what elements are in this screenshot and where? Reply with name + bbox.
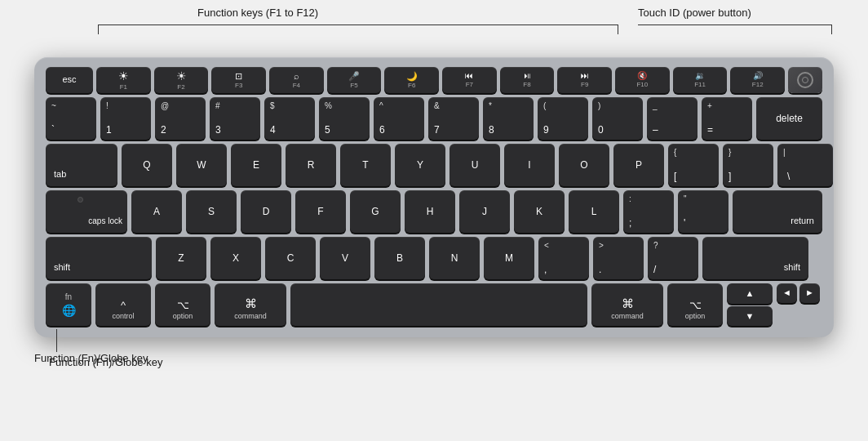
- m-key[interactable]: M: [484, 237, 534, 279]
- function-keys-label: Function keys (F1 to F12): [197, 7, 318, 19]
- f9-key[interactable]: ⏭F9: [557, 67, 612, 93]
- t-key[interactable]: T: [340, 144, 391, 186]
- keyboard: esc ☀F1 ☀F2 ⊡F3 ⌕F4 🎤F5 🌙F6 ⏮F7: [34, 57, 834, 337]
- f2-key[interactable]: ☀F2: [154, 67, 209, 93]
- tilde-key[interactable]: ~`: [46, 97, 96, 140]
- shift-row: shift Z X C V B N M <, >. ?/ shift: [46, 237, 822, 279]
- equals-key[interactable]: +=: [702, 97, 752, 140]
- key-9[interactable]: (9: [538, 97, 588, 140]
- fn-globe-bottom-label: Function (Fn)/Globe key: [34, 352, 148, 364]
- minus-key[interactable]: _–: [647, 97, 698, 140]
- right-shift-key[interactable]: shift: [702, 237, 808, 279]
- u-key[interactable]: U: [450, 144, 500, 186]
- touch-id-label: Touch ID (power button): [638, 7, 751, 19]
- left-bracket-key[interactable]: {[: [668, 144, 719, 186]
- c-key[interactable]: C: [265, 237, 316, 279]
- f5-key[interactable]: 🎤F5: [327, 67, 382, 93]
- key-8[interactable]: *8: [483, 97, 534, 140]
- key-4[interactable]: $4: [264, 97, 315, 140]
- return-key[interactable]: return: [733, 190, 822, 233]
- tab-row: tab Q W E R T Y U I O P {[ }] |\: [46, 144, 822, 186]
- quote-key[interactable]: "': [678, 190, 728, 233]
- f6-key[interactable]: 🌙F6: [384, 67, 439, 93]
- l-key[interactable]: L: [569, 190, 619, 233]
- v-key[interactable]: V: [320, 237, 370, 279]
- spacebar-key[interactable]: [290, 283, 587, 326]
- g-key[interactable]: G: [350, 190, 401, 233]
- key-1[interactable]: !1: [100, 97, 151, 140]
- z-key[interactable]: Z: [156, 237, 206, 279]
- o-key[interactable]: O: [559, 144, 609, 186]
- f8-key[interactable]: ⏯F8: [500, 67, 555, 93]
- left-command-key[interactable]: ⌘ command: [215, 283, 286, 326]
- n-key[interactable]: N: [429, 237, 480, 279]
- fn-globe-key[interactable]: fn 🌐: [46, 283, 91, 326]
- right-bracket-key[interactable]: }]: [723, 144, 773, 186]
- key-7[interactable]: &7: [428, 97, 479, 140]
- arrow-up-key[interactable]: ▲: [727, 283, 773, 304]
- number-row: ~` !1 @2 #3 $4 %5 ^6 &7: [46, 97, 822, 140]
- a-key[interactable]: A: [131, 190, 182, 233]
- key-5[interactable]: %5: [319, 97, 370, 140]
- q-key[interactable]: Q: [122, 144, 172, 186]
- f10-key[interactable]: 🔇F10: [615, 67, 670, 93]
- period-key[interactable]: >.: [593, 237, 644, 279]
- right-option-key[interactable]: ⌥ option: [667, 283, 723, 326]
- key-6[interactable]: ^6: [374, 97, 424, 140]
- comma-key[interactable]: <,: [538, 237, 589, 279]
- f12-key[interactable]: 🔊F12: [730, 67, 785, 93]
- semicolon-key[interactable]: :;: [623, 190, 674, 233]
- delete-key[interactable]: delete: [756, 97, 822, 140]
- j-key[interactable]: J: [459, 190, 510, 233]
- f1-key[interactable]: ☀F1: [96, 67, 151, 93]
- right-command-key[interactable]: ⌘ command: [591, 283, 663, 326]
- caps-lock-key[interactable]: caps lock: [46, 190, 127, 233]
- y-key[interactable]: Y: [395, 144, 445, 186]
- w-key[interactable]: W: [176, 144, 227, 186]
- caps-row: caps lock A S D F G H J K L :; "' return: [46, 190, 822, 233]
- touch-id-key[interactable]: [788, 67, 822, 93]
- arrow-left-key[interactable]: ◄: [777, 283, 797, 303]
- d-key[interactable]: D: [241, 190, 291, 233]
- f-key[interactable]: F: [295, 190, 346, 233]
- f4-key[interactable]: ⌕F4: [269, 67, 324, 93]
- arrow-down-key[interactable]: ▼: [727, 306, 773, 327]
- bottom-row: fn 🌐 ^ control ⌥ option ⌘ command ⌘: [46, 283, 822, 326]
- fn-row: esc ☀F1 ☀F2 ⊡F3 ⌕F4 🎤F5 🌙F6 ⏮F7: [46, 67, 822, 93]
- i-key[interactable]: I: [504, 144, 555, 186]
- x-key[interactable]: X: [210, 237, 261, 279]
- left-shift-key[interactable]: shift: [46, 237, 152, 279]
- p-key[interactable]: P: [613, 144, 664, 186]
- e-key[interactable]: E: [231, 144, 281, 186]
- arrow-right-key[interactable]: ►: [799, 283, 820, 303]
- tab-key[interactable]: tab: [46, 144, 117, 186]
- key-2[interactable]: @2: [155, 97, 206, 140]
- slash-key[interactable]: ?/: [648, 237, 698, 279]
- backslash-key[interactable]: |\: [777, 144, 833, 186]
- h-key[interactable]: H: [405, 190, 455, 233]
- b-key[interactable]: B: [374, 237, 425, 279]
- left-option-key[interactable]: ⌥ option: [155, 283, 210, 326]
- key-0[interactable]: )0: [592, 97, 643, 140]
- f3-key[interactable]: ⊡F3: [211, 67, 266, 93]
- f11-key[interactable]: 🔉F11: [673, 67, 728, 93]
- k-key[interactable]: K: [514, 190, 565, 233]
- esc-key[interactable]: esc: [46, 67, 93, 93]
- f7-key[interactable]: ⏮F7: [442, 67, 497, 93]
- s-key[interactable]: S: [186, 190, 237, 233]
- control-key[interactable]: ^ control: [95, 283, 151, 326]
- r-key[interactable]: R: [286, 144, 336, 186]
- key-3[interactable]: #3: [210, 97, 260, 140]
